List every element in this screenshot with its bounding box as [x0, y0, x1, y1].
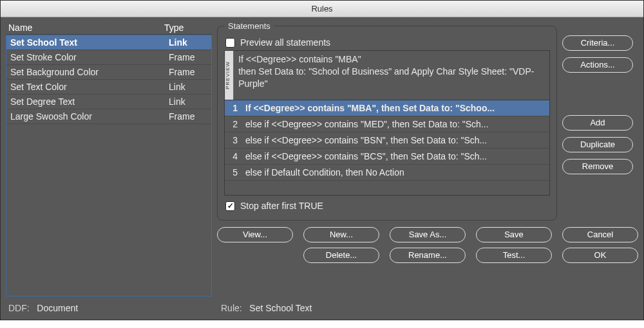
rules-dialog: Rules Name Type Set School TextLinkSet S… [0, 0, 644, 320]
column-header-name[interactable]: Name [8, 23, 164, 33]
rule-name: Set Text Color [10, 82, 169, 92]
statement-list[interactable]: 1If <<Degree>> contains "MBA", then Set … [224, 100, 550, 196]
preview-line1: If <<Degree>> contains "MBA" [238, 53, 544, 66]
preview-tag: PREVIEW [225, 51, 233, 100]
rule-name: Set Degree Text [10, 96, 169, 107]
statement-number: 5 [229, 167, 245, 178]
saveas-button[interactable]: Save As... [390, 227, 466, 242]
rules-right-pane: Statements Preview all statements PREVIE… [217, 21, 638, 296]
rules-left-pane: Name Type Set School TextLinkSet Stroke … [6, 21, 212, 296]
add-button[interactable]: Add [562, 115, 633, 131]
preview-all-checkbox[interactable] [225, 38, 235, 48]
rule-name: Set Background Color [10, 67, 169, 77]
statement-text: else if <<Degree>> contains "MED", then … [245, 119, 545, 129]
rule-value: Set School Text [249, 303, 312, 313]
statement-number: 4 [229, 151, 245, 161]
actions-button[interactable]: Actions... [562, 57, 633, 73]
statements-legend: Statements [224, 21, 274, 31]
test-button[interactable]: Test... [476, 248, 552, 263]
stop-after-true-checkbox[interactable]: ✓ [225, 201, 235, 211]
rule-label: Rule: [221, 303, 242, 313]
cancel-button[interactable]: Cancel [562, 227, 638, 242]
preview-line2: then Set Data to: "School of Business" a… [238, 66, 544, 90]
footer-right: Rule: Set School Text [221, 303, 312, 313]
ddf-value: Document [37, 303, 78, 313]
duplicate-button[interactable]: Duplicate [562, 137, 633, 152]
rule-row[interactable]: Large Swoosh ColorFrame [6, 109, 211, 124]
statements-group: Statements Preview all statements PREVIE… [217, 21, 557, 221]
ok-button[interactable]: OK [562, 248, 638, 263]
statement-blank [225, 181, 549, 195]
statements-wrap: Statements Preview all statements PREVIE… [217, 21, 557, 221]
statement-text: If <<Degree>> contains "MBA", then Set D… [245, 103, 545, 113]
footer-left: DDF: Document [8, 303, 221, 313]
statement-number: 3 [229, 135, 245, 145]
rule-row[interactable]: Set Text ColorLink [6, 80, 211, 95]
criteria-button[interactable]: Criteria... [562, 35, 633, 51]
rule-type: Link [169, 96, 207, 107]
dialog-body: Name Type Set School TextLinkSet Stroke … [1, 17, 643, 299]
remove-button[interactable]: Remove [562, 159, 633, 174]
bottom-buttons: View... New... Save As... Save Cancel De… [217, 227, 638, 263]
statement-text: else if Default Condition, then No Actio… [245, 167, 545, 178]
statement-row[interactable]: 1If <<Degree>> contains "MBA", then Set … [225, 100, 549, 116]
statement-number: 1 [229, 103, 245, 113]
rule-type: Link [169, 82, 207, 92]
rules-list[interactable]: Set School TextLinkSet Stroke ColorFrame… [6, 35, 212, 296]
column-header-type[interactable]: Type [164, 23, 209, 33]
statement-row[interactable]: 5else if Default Condition, then No Acti… [225, 165, 549, 181]
save-button[interactable]: Save [476, 227, 552, 242]
button-row-2: Delete... Rename... Test... OK [217, 248, 638, 263]
ddf-label: DDF: [8, 303, 30, 313]
rule-type: Frame [169, 111, 207, 122]
preview-all-row[interactable]: Preview all statements [225, 37, 550, 48]
spacer [562, 79, 633, 109]
delete-button[interactable]: Delete... [303, 248, 379, 263]
rule-type: Frame [169, 52, 207, 62]
window-title: Rules [1, 1, 643, 17]
rule-row[interactable]: Set Stroke ColorFrame [6, 50, 211, 65]
button-row-1: View... New... Save As... Save Cancel [217, 227, 638, 242]
rules-header: Name Type [6, 21, 212, 35]
new-button[interactable]: New... [303, 227, 379, 242]
statement-text: else if <<Degree>> contains "BSN", then … [245, 135, 545, 145]
rule-name: Set Stroke Color [10, 52, 169, 62]
rule-type: Frame [169, 67, 207, 77]
preview-text: If <<Degree>> contains "MBA" then Set Da… [233, 51, 549, 100]
rule-name: Large Swoosh Color [10, 111, 169, 122]
rule-type: Link [169, 37, 207, 48]
statement-row[interactable]: 2else if <<Degree>> contains "MED", then… [225, 116, 549, 132]
rule-row[interactable]: Set School TextLink [6, 35, 211, 50]
preview-box: PREVIEW If <<Degree>> contains "MBA" the… [224, 50, 550, 100]
rule-row[interactable]: Set Background ColorFrame [6, 65, 211, 80]
preview-all-label: Preview all statements [240, 37, 330, 48]
rule-row[interactable]: Set Degree TextLink [6, 95, 211, 109]
stop-after-true-row[interactable]: ✓ Stop after first TRUE [225, 201, 550, 211]
rename-button[interactable]: Rename... [390, 248, 466, 263]
rule-name: Set School Text [10, 37, 169, 48]
statement-text: else if <<Degree>> contains "BCS", then … [245, 151, 545, 161]
statement-row[interactable]: 4else if <<Degree>> contains "BCS", then… [225, 149, 549, 165]
footer: DDF: Document Rule: Set School Text [1, 299, 643, 320]
statement-row[interactable]: 3else if <<Degree>> contains "BSN", then… [225, 132, 549, 149]
statement-number: 2 [229, 119, 245, 129]
side-buttons: Criteria... Actions... Add Duplicate Rem… [562, 35, 633, 174]
stop-after-true-label: Stop after first TRUE [240, 201, 323, 211]
view-button[interactable]: View... [217, 227, 293, 242]
